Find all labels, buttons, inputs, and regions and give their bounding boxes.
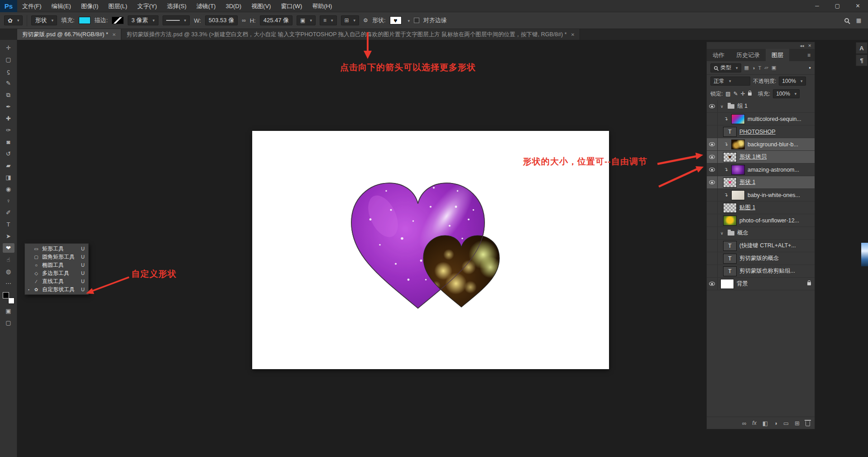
- stroke-style-select[interactable]: [163, 15, 190, 25]
- layer-row[interactable]: 背景: [707, 278, 815, 290]
- fill-color-swatch[interactable]: [79, 17, 91, 24]
- layer-row[interactable]: T PHOTOSHOP: [707, 125, 815, 138]
- layer-row[interactable]: T (快捷键 CTRL+ALT+...: [707, 240, 815, 252]
- maximize-button[interactable]: ▢: [827, 0, 848, 12]
- layer-name[interactable]: background-blur-b...: [748, 141, 798, 148]
- menu-3d[interactable]: 3D(D): [221, 0, 246, 12]
- zoom-tool[interactable]: ◍: [3, 267, 14, 276]
- layer-row[interactable]: 贴图 1: [707, 202, 815, 214]
- layer-name[interactable]: photo-of-sunflower-12...: [739, 217, 799, 224]
- layer-name[interactable]: 概念: [737, 229, 748, 237]
- visibility-toggle[interactable]: [707, 113, 718, 125]
- visibility-toggle[interactable]: [707, 151, 718, 163]
- collapse-panel-icon[interactable]: ◂◂: [800, 43, 804, 48]
- path-select-tool[interactable]: ➤: [3, 231, 14, 241]
- gear-icon[interactable]: ⚙: [363, 17, 368, 24]
- tool-preset-picker[interactable]: ✿: [4, 15, 23, 25]
- background-color-swatch[interactable]: [8, 298, 14, 304]
- text-layer-thumbnail[interactable]: T: [723, 241, 737, 251]
- shape-picker-dropdown[interactable]: [406, 17, 410, 24]
- dodge-tool[interactable]: ♀: [3, 196, 14, 206]
- shape-layer-thumbnail[interactable]: ♥: [723, 152, 737, 162]
- tab-close-icon[interactable]: ✕: [571, 32, 575, 37]
- tool-mode-select[interactable]: 形状: [31, 15, 57, 25]
- stroke-color-swatch[interactable]: [112, 17, 124, 24]
- menu-item-polygon-tool[interactable]: ◇ 多边形工具U: [25, 269, 88, 277]
- layer-name[interactable]: amazing-astronom...: [748, 167, 799, 173]
- clone-stamp-tool[interactable]: ◙: [3, 137, 14, 147]
- layer-name[interactable]: 形状 1: [739, 178, 755, 186]
- visibility-toggle[interactable]: [707, 176, 718, 188]
- edit-toolbar-icon[interactable]: ⋯: [3, 279, 14, 288]
- panel-menu-icon[interactable]: ≡: [803, 49, 815, 61]
- lock-all-icon[interactable]: [748, 92, 752, 96]
- layer-thumbnail[interactable]: [731, 165, 745, 175]
- path-alignment-button[interactable]: ≡: [320, 15, 337, 25]
- gradient-tool[interactable]: ◨: [3, 173, 14, 182]
- layer-row[interactable]: ↴ multicolored-sequin...: [707, 113, 815, 125]
- character-panel-icon[interactable]: A: [856, 42, 868, 54]
- layer-name[interactable]: 剪切蒙版也称剪贴组...: [739, 267, 795, 275]
- minimize-button[interactable]: ─: [807, 0, 827, 12]
- move-tool[interactable]: ✛: [3, 43, 14, 53]
- foreground-color-swatch[interactable]: [3, 292, 9, 298]
- layer-name[interactable]: 剪切蒙版的概念: [739, 255, 779, 262]
- layer-row[interactable]: ♥ 形状 1拷贝: [707, 151, 815, 164]
- history-brush-tool[interactable]: ↺: [3, 149, 14, 159]
- lock-transparency-icon[interactable]: ▨: [725, 91, 730, 97]
- menu-item-rectangle-tool[interactable]: ▭ 矩形工具U: [25, 245, 88, 253]
- new-group-icon[interactable]: ▭: [783, 420, 789, 426]
- menu-edit[interactable]: 编辑(E): [47, 0, 76, 12]
- layer-thumbnail[interactable]: [731, 190, 745, 200]
- layer-mask-icon[interactable]: ◧: [762, 420, 768, 426]
- filter-type-icon[interactable]: T: [758, 65, 762, 71]
- blend-mode-select[interactable]: 正常: [710, 77, 750, 86]
- menu-image[interactable]: 图像(I): [76, 0, 103, 12]
- hand-tool[interactable]: ☝: [3, 255, 14, 265]
- pen-tool[interactable]: ✐: [3, 208, 14, 217]
- menu-help[interactable]: 帮助(H): [307, 0, 337, 12]
- visibility-toggle[interactable]: [707, 227, 718, 239]
- screen-mode-icon[interactable]: ▢: [3, 318, 14, 327]
- layer-name[interactable]: (快捷键 CTRL+ALT+...: [739, 242, 796, 250]
- shape-layer-thumbnail[interactable]: ♥: [723, 178, 737, 188]
- tab-layers[interactable]: 图层: [766, 49, 789, 61]
- layer-thumbnail[interactable]: [720, 279, 734, 289]
- paragraph-panel-icon[interactable]: ¶: [856, 54, 868, 66]
- tab-close-icon[interactable]: ✕: [112, 32, 116, 37]
- visibility-toggle[interactable]: [707, 125, 718, 138]
- menu-item-line-tool[interactable]: ∕ 直线工具U: [25, 277, 88, 285]
- collapsed-panel-preview[interactable]: [861, 243, 868, 266]
- layer-row[interactable]: ♥ 形状 1: [707, 176, 815, 189]
- tab-actions[interactable]: 动作: [707, 49, 730, 61]
- lock-pixels-icon[interactable]: ✎: [734, 91, 738, 97]
- close-button[interactable]: ✕: [848, 0, 868, 12]
- layer-row[interactable]: ↴ background-blur-b...: [707, 138, 815, 151]
- visibility-toggle[interactable]: [707, 265, 718, 277]
- expander-icon[interactable]: ∨: [720, 104, 725, 109]
- menu-type[interactable]: 文字(Y): [132, 0, 162, 12]
- document-tab-inactive[interactable]: 剪切蒙版操作方法.psd @ 33.3% (>新建空白文档，大小自定 输入文字P…: [121, 29, 580, 40]
- layer-thumbnail[interactable]: [723, 203, 737, 213]
- layer-row[interactable]: ∨ 组 1: [707, 100, 815, 113]
- quick-select-tool[interactable]: ✎: [3, 78, 14, 88]
- menu-file[interactable]: 文件(F): [17, 0, 47, 12]
- visibility-toggle[interactable]: [707, 252, 718, 265]
- layer-name[interactable]: 背景: [737, 280, 748, 288]
- link-layers-icon[interactable]: ∞: [742, 420, 746, 426]
- eyedropper-tool[interactable]: ✒: [3, 102, 14, 111]
- visibility-toggle[interactable]: [707, 189, 718, 201]
- layer-style-icon[interactable]: fx: [752, 420, 756, 426]
- height-input[interactable]: 425.47 像: [260, 15, 293, 25]
- marquee-tool[interactable]: ▢: [3, 55, 14, 64]
- text-layer-thumbnail[interactable]: T: [723, 254, 737, 264]
- text-layer-thumbnail[interactable]: T: [723, 266, 737, 276]
- tab-history[interactable]: 历史记录: [730, 49, 766, 61]
- menu-view[interactable]: 视图(V): [246, 0, 276, 12]
- shape-tool[interactable]: ❤: [3, 243, 14, 253]
- lock-position-icon[interactable]: ✛: [741, 91, 745, 97]
- shape-preview[interactable]: ♥: [390, 16, 402, 24]
- quick-mask-icon[interactable]: ▣: [3, 306, 14, 316]
- visibility-toggle[interactable]: [707, 278, 718, 290]
- layer-row[interactable]: photo-of-sunflower-12...: [707, 214, 815, 227]
